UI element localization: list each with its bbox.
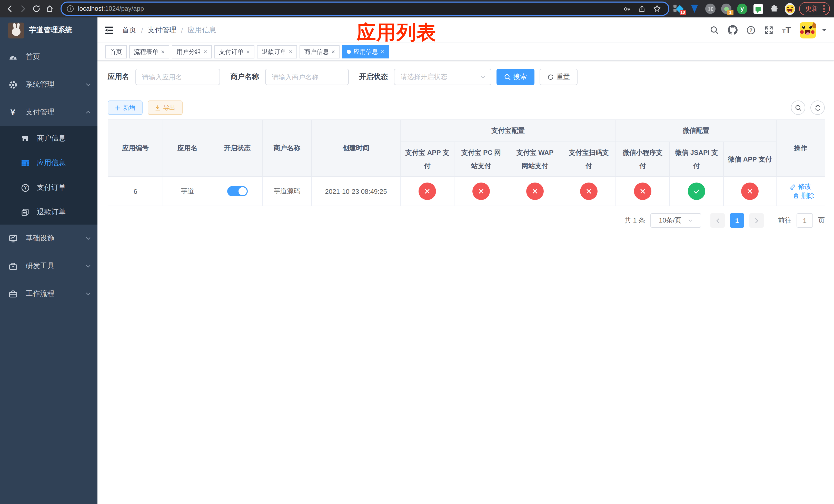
- url-host: localhost: [78, 5, 103, 12]
- forward-icon[interactable]: [16, 2, 30, 15]
- monitor-chart-icon: [8, 234, 18, 243]
- extension-gem-icon[interactable]: [689, 4, 700, 14]
- col-alipay-qr: 支付宝扫码支付: [562, 142, 616, 177]
- fullscreen-icon[interactable]: [764, 25, 773, 35]
- pagination: 共 1 条 10条/页 1 前往 页: [108, 213, 825, 228]
- sidebar-item-workflow[interactable]: 工作流程: [0, 280, 97, 307]
- sidebar-item-merchant-info[interactable]: 商户信息: [0, 126, 97, 151]
- cell-created-time: 2021-10-23 08:49:25: [312, 177, 400, 206]
- close-icon[interactable]: ×: [289, 49, 292, 55]
- toggle-search-button[interactable]: [791, 100, 805, 115]
- reload-icon[interactable]: [30, 2, 43, 15]
- url-bar[interactable]: localhost:1024/pay/app: [61, 2, 670, 16]
- browser-profile-avatar[interactable]: [785, 4, 795, 14]
- reset-button[interactable]: 重置: [540, 69, 577, 85]
- alipay-wap-disabled-icon: [526, 183, 544, 200]
- prev-page-button[interactable]: [710, 213, 725, 228]
- svg-text:?: ?: [749, 27, 752, 33]
- extension-badge: 1: [727, 10, 733, 15]
- refresh-table-button[interactable]: [810, 100, 825, 115]
- tag-app-info[interactable]: 应用信息×: [342, 45, 389, 59]
- page-size-select[interactable]: 10条/页: [650, 213, 701, 228]
- col-created: 创建时间: [312, 120, 400, 177]
- help-icon[interactable]: ?: [746, 25, 755, 35]
- gear-icon: [8, 80, 18, 89]
- wechat-mini-disabled-icon: [634, 183, 652, 200]
- merchant-name-input[interactable]: [265, 69, 349, 85]
- sidebar-item-system[interactable]: 系统管理: [0, 71, 97, 98]
- tag-user-group[interactable]: 用户分组×: [172, 45, 212, 59]
- app-title: 芋道管理系统: [29, 26, 72, 35]
- tag-refund-order[interactable]: 退款订单×: [257, 45, 297, 59]
- search-icon[interactable]: [710, 25, 719, 35]
- url-path: :1024/pay/app: [103, 5, 144, 12]
- tag-merchant-info[interactable]: 商户信息×: [300, 45, 339, 59]
- svg-text:¥: ¥: [24, 185, 26, 190]
- extension-diamond-icon[interactable]: 10: [674, 4, 684, 14]
- app-logo[interactable]: 芋道管理系统: [0, 18, 97, 43]
- sidebar-item-pay-order[interactable]: ¥ 支付订单: [0, 175, 97, 200]
- toolbox-icon: [8, 261, 18, 271]
- shop-icon: [21, 134, 30, 143]
- close-icon[interactable]: ×: [161, 49, 164, 55]
- sidebar-item-devtool[interactable]: 研发工具: [0, 252, 97, 280]
- sidebar-item-home[interactable]: 首页: [0, 43, 97, 71]
- download-icon: [155, 105, 160, 111]
- sidebar-item-refund-order[interactable]: 退款订单: [0, 200, 97, 225]
- edit-link[interactable]: 修改: [790, 182, 811, 191]
- alipay-pc-disabled-icon: [473, 183, 490, 200]
- status-toggle[interactable]: [227, 186, 247, 197]
- tag-flow-form[interactable]: 流程表单×: [129, 45, 169, 59]
- avatar-caret-icon[interactable]: [822, 28, 827, 32]
- browser-menu-icon[interactable]: [823, 5, 825, 12]
- bookmark-star-icon[interactable]: [653, 5, 661, 13]
- alipay-qr-disabled-icon: [580, 183, 597, 200]
- delete-link[interactable]: 删除: [793, 191, 814, 201]
- next-page-button[interactable]: [749, 213, 764, 228]
- font-size-icon[interactable]: TT: [782, 26, 791, 35]
- browser-update-button[interactable]: 更新: [799, 2, 830, 15]
- close-icon[interactable]: ×: [331, 49, 335, 55]
- pay-submenu: 商户信息 应用信息 ¥ 支付订单: [0, 126, 97, 225]
- export-button[interactable]: 导出: [148, 100, 182, 115]
- browser-toolbar: localhost:1024/pay/app 10 1 y: [0, 0, 834, 18]
- page-number-1[interactable]: 1: [730, 213, 744, 228]
- screen: localhost:1024/pay/app 10 1 y: [0, 0, 834, 504]
- back-icon[interactable]: [3, 2, 16, 15]
- close-icon[interactable]: ×: [204, 49, 207, 55]
- home-icon[interactable]: [43, 2, 57, 15]
- cell-app-id: 6: [108, 177, 163, 206]
- extension-command-icon[interactable]: [705, 4, 716, 14]
- app-name-input[interactable]: [135, 69, 220, 85]
- user-avatar[interactable]: [799, 22, 816, 38]
- col-wechat-jsapi: 微信 JSAPI 支付: [670, 142, 723, 177]
- col-alipay-app: 支付宝 APP 支付: [400, 142, 454, 177]
- add-button[interactable]: 新增: [108, 100, 142, 115]
- update-label: 更新: [805, 4, 818, 13]
- close-icon[interactable]: ×: [246, 49, 250, 55]
- site-info-icon[interactable]: [67, 5, 74, 12]
- extension-chat-icon[interactable]: [753, 4, 763, 14]
- extensions-puzzle-icon[interactable]: [769, 4, 779, 14]
- search-button[interactable]: 搜索: [497, 69, 534, 85]
- search-icon: [504, 74, 511, 80]
- sidebar-item-pay[interactable]: ¥ 支付管理: [0, 98, 97, 126]
- sidebar-collapse-icon[interactable]: [105, 26, 114, 34]
- breadcrumb-home[interactable]: 首页: [122, 25, 136, 35]
- tag-pay-order[interactable]: 支付订单×: [214, 45, 255, 59]
- sidebar-item-infra[interactable]: 基础设施: [0, 225, 97, 252]
- goto-page-input[interactable]: [796, 213, 813, 228]
- extension-recorder-icon[interactable]: 1: [721, 4, 731, 14]
- status-select[interactable]: 请选择开启状态: [394, 69, 491, 85]
- col-group-alipay: 支付宝配置: [400, 120, 616, 142]
- password-key-icon[interactable]: [623, 5, 631, 13]
- breadcrumb-current: 应用信息: [188, 25, 216, 35]
- sidebar-item-app-info[interactable]: 应用信息: [0, 151, 97, 175]
- active-dot: [347, 50, 351, 54]
- breadcrumb-pay[interactable]: 支付管理: [148, 25, 176, 35]
- tag-home[interactable]: 首页: [105, 45, 127, 59]
- share-icon[interactable]: [638, 5, 646, 13]
- close-icon[interactable]: ×: [380, 49, 384, 55]
- extension-y-icon[interactable]: y: [737, 4, 747, 14]
- github-icon[interactable]: [728, 25, 738, 35]
